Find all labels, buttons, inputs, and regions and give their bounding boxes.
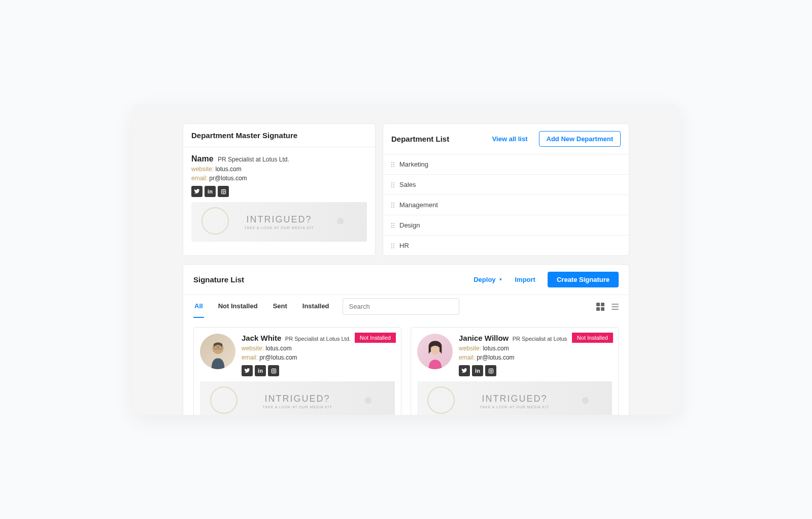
avatar bbox=[417, 334, 453, 369]
email-value: pr@lotus.com bbox=[209, 175, 247, 182]
email-value: pr@lotus.com bbox=[477, 354, 514, 361]
dept-item-hr[interactable]: HR bbox=[383, 236, 629, 255]
website-label: website: bbox=[191, 166, 214, 173]
card-name: Janice Willow bbox=[459, 334, 509, 342]
linkedin-icon[interactable]: in bbox=[472, 365, 483, 376]
list-view-icon[interactable] bbox=[612, 304, 619, 310]
website-value: lotus.com bbox=[483, 345, 509, 352]
card-name: Jack White bbox=[242, 334, 281, 342]
email-value: pr@lotus.com bbox=[259, 354, 297, 361]
dept-item-management[interactable]: Management bbox=[383, 195, 629, 215]
card-role: PR Specialist at Lotus bbox=[513, 336, 567, 342]
banner-title: INTRIGUED? bbox=[264, 394, 330, 404]
social-icon[interactable] bbox=[218, 186, 229, 197]
dept-label: Management bbox=[399, 201, 438, 209]
master-role: PR Specialist at Lotus Ltd. bbox=[218, 156, 289, 163]
siglist-title: Signature List bbox=[193, 275, 244, 284]
status-badge: Not Installed bbox=[572, 333, 613, 343]
import-button[interactable]: Import bbox=[515, 276, 535, 283]
grid-view-icon[interactable] bbox=[596, 303, 604, 311]
website-label: website: bbox=[459, 345, 481, 352]
twitter-icon[interactable] bbox=[459, 365, 470, 376]
tab-not-installed[interactable]: Not Installed bbox=[217, 295, 259, 318]
twitter-icon[interactable] bbox=[191, 186, 202, 197]
website-value: lotus.com bbox=[215, 166, 241, 173]
svg-point-9 bbox=[490, 370, 492, 372]
email-label: email: bbox=[242, 354, 258, 361]
tab-installed[interactable]: Installed bbox=[301, 295, 330, 318]
social-icon[interactable] bbox=[268, 365, 279, 376]
signature-card[interactable]: Not Installed Jack White PR Specialist a… bbox=[193, 327, 401, 415]
master-title: Department Master Signature bbox=[191, 131, 297, 140]
drag-handle-icon[interactable] bbox=[391, 243, 394, 248]
svg-rect-8 bbox=[489, 369, 493, 373]
deploy-button[interactable]: Deploy bbox=[473, 276, 502, 283]
avatar bbox=[200, 334, 235, 369]
banner-subtitle: TAKE A LOOK AT OUR MEDIA KIT bbox=[263, 405, 332, 409]
dept-label: Sales bbox=[399, 181, 416, 188]
banner-subtitle: TAKE A LOOK AT OUR MEDIA KIT bbox=[480, 405, 550, 409]
email-label: email: bbox=[191, 175, 208, 182]
website-label: website: bbox=[242, 345, 264, 352]
linkedin-icon[interactable]: in bbox=[255, 365, 266, 376]
drag-handle-icon[interactable] bbox=[391, 162, 394, 167]
tab-sent[interactable]: Sent bbox=[272, 295, 288, 318]
email-label: email: bbox=[459, 354, 475, 361]
add-department-button[interactable]: Add New Department bbox=[539, 131, 621, 147]
signature-list-card: Signature List Deploy Import Create Sign… bbox=[183, 264, 629, 415]
svg-point-1 bbox=[222, 190, 224, 192]
dept-item-design[interactable]: Design bbox=[383, 215, 629, 236]
drag-handle-icon[interactable] bbox=[391, 182, 394, 187]
drag-handle-icon[interactable] bbox=[391, 223, 394, 228]
svg-point-6 bbox=[273, 370, 275, 372]
social-icon[interactable] bbox=[485, 365, 496, 376]
signature-banner: INTRIGUED? TAKE A LOOK AT OUR MEDIA KIT bbox=[191, 202, 367, 242]
banner-title: INTRIGUED? bbox=[246, 214, 312, 225]
card-role: PR Specialist at Lotus Ltd. bbox=[285, 336, 351, 342]
banner-title: INTRIGUED? bbox=[482, 394, 547, 404]
master-name: Name bbox=[191, 154, 214, 163]
create-signature-button[interactable]: Create Signature bbox=[548, 272, 619, 287]
website-value: lotus.com bbox=[265, 345, 291, 352]
search-input[interactable] bbox=[343, 298, 459, 315]
signature-card[interactable]: Not Installed Janice Willow PR Specialis… bbox=[411, 327, 619, 415]
app-panel: Department Master Signature Name PR Spec… bbox=[132, 104, 680, 415]
svg-rect-0 bbox=[221, 189, 225, 193]
dept-item-marketing[interactable]: Marketing bbox=[383, 154, 629, 175]
view-all-link[interactable]: View all list bbox=[492, 135, 528, 143]
dept-label: HR bbox=[399, 242, 409, 249]
dept-item-sales[interactable]: Sales bbox=[383, 175, 629, 195]
master-signature-card: Department Master Signature Name PR Spec… bbox=[183, 123, 376, 256]
signature-banner: INTRIGUED? TAKE A LOOK AT OUR MEDIA KIT bbox=[200, 381, 395, 415]
dept-label: Design bbox=[399, 221, 420, 229]
tab-all[interactable]: All bbox=[193, 295, 204, 318]
dept-list-title: Department List bbox=[391, 135, 449, 143]
status-badge: Not Installed bbox=[355, 333, 396, 343]
twitter-icon[interactable] bbox=[242, 365, 253, 376]
dept-label: Marketing bbox=[399, 160, 428, 168]
signature-banner: INTRIGUED? TAKE A LOOK AT OUR MEDIA KIT bbox=[417, 381, 612, 415]
svg-rect-5 bbox=[272, 369, 276, 373]
linkedin-icon[interactable]: in bbox=[205, 186, 216, 197]
drag-handle-icon[interactable] bbox=[391, 203, 394, 208]
department-list-card: Department List View all list Add New De… bbox=[383, 123, 629, 256]
banner-subtitle: TAKE A LOOK AT OUR MEDIA KIT bbox=[245, 226, 314, 230]
